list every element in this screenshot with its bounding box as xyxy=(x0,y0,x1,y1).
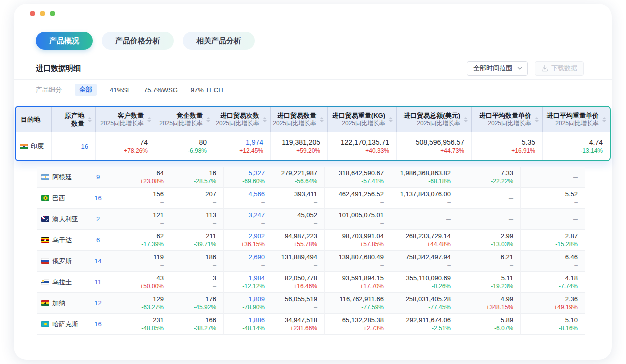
filter-option-97tech[interactable]: 97% TECH xyxy=(191,86,224,94)
table-row-argentina[interactable]: 阿根廷964+23.08%16-28.57%5,327-69.60%279,22… xyxy=(38,167,585,188)
column-subtitle: 2025同比增长率 xyxy=(488,120,532,128)
growth-rate: -6.98% xyxy=(188,147,207,155)
sort-icon[interactable] xyxy=(464,118,468,122)
sort-icon[interactable] xyxy=(263,118,267,122)
cell-trade-count[interactable]: 4,566– xyxy=(224,188,272,209)
column-header-avg-weight-price[interactable]: 进口平均重量单价2025同比增长率 xyxy=(543,107,610,132)
metric-value[interactable]: 4,566 xyxy=(248,190,265,198)
cell-competitor-count: 211-39.71% xyxy=(172,230,224,251)
metric-value[interactable]: 2,690 xyxy=(248,253,265,262)
column-header-customer-count[interactable]: 客户数量2025同比增长率 xyxy=(96,107,156,132)
column-header-origin-count[interactable]: 原产地数量 xyxy=(52,107,96,132)
tab-product-price-analysis[interactable]: 产品价格分析 xyxy=(102,32,174,50)
origin-count-value[interactable]: 2 xyxy=(96,216,100,223)
metric-value: 64 xyxy=(157,169,164,178)
growth-rate: – xyxy=(160,220,164,228)
cell-origin-count[interactable]: 16 xyxy=(52,132,96,160)
origin-count-value[interactable]: 9 xyxy=(96,174,100,181)
filter-option-757wsg[interactable]: 75.7%WSG xyxy=(144,86,178,94)
sort-icon[interactable] xyxy=(389,118,393,122)
window-maximize-icon[interactable] xyxy=(50,11,56,16)
metric-value: 5.11 xyxy=(502,274,514,282)
metric-value[interactable]: 1,886 xyxy=(248,316,265,324)
cell-trade-count[interactable]: 1,886-48.14% xyxy=(224,314,272,335)
time-range-select[interactable]: 全部时间范围 xyxy=(467,62,528,76)
pinned-table-row[interactable]: 印度1674+78.26%80-6.98%1,974+12.45%119,381… xyxy=(16,132,610,160)
cell-trade-count[interactable]: 3,247– xyxy=(224,209,272,230)
table-row-uganda[interactable]: 乌干达662-17.39%211-39.71%2,902+36.15%94,98… xyxy=(38,230,585,251)
cell-trade-count[interactable]: 2,902+36.15% xyxy=(224,230,272,251)
sort-icon[interactable] xyxy=(320,118,324,122)
cell-trade-amount: 355,110,090.69-0.26% xyxy=(392,272,458,293)
metric-value[interactable]: 3,247 xyxy=(248,211,265,220)
cell-trade-count[interactable]: 2,690– xyxy=(224,251,272,272)
cell-trade-amount: 1,986,368,863.82-68.18% xyxy=(392,167,458,188)
column-header-trade-count[interactable]: 进口贸易次数2025同比增长率 xyxy=(214,107,271,132)
tab-product-overview[interactable]: 产品概况 xyxy=(36,32,93,50)
table-row-uruguay[interactable]: 乌拉圭1143+50.00%3–1,984-12.12%82,050,778+1… xyxy=(38,272,585,293)
origin-count-value[interactable]: 6 xyxy=(96,236,100,244)
cell-trade-quantity: 82,050,778+16.46% xyxy=(272,272,325,293)
cell-trade-count[interactable]: 1,809-78.90% xyxy=(224,293,272,314)
table-row-australia[interactable]: 澳大利亚2121–113–3,247–45,052–101,005,075.01… xyxy=(38,209,585,230)
sort-icon[interactable] xyxy=(206,118,210,122)
cell-trade-count[interactable]: 1,984-12.12% xyxy=(224,272,272,293)
origin-count-value[interactable]: 11 xyxy=(95,278,102,286)
column-header-competitor-count[interactable]: 竞企数量2025同比增长率 xyxy=(156,107,214,132)
cell-origin-count[interactable]: 9 xyxy=(78,167,118,188)
table-row-russia[interactable]: 俄罗斯14119–186–2,690–131,889,494–139,807,6… xyxy=(38,251,585,272)
metric-value[interactable]: 1,984 xyxy=(248,274,265,282)
column-title: 数量 xyxy=(72,120,84,128)
column-header-trade-quantity[interactable]: 进口贸易数量2025同比增长率 xyxy=(271,107,328,132)
cell-destination: 乌干达 xyxy=(38,230,78,251)
cell-origin-count[interactable]: 12 xyxy=(78,293,118,314)
cell-origin-count[interactable]: 2 xyxy=(78,209,118,230)
metric-value: 231 xyxy=(153,316,164,324)
table-row-brazil[interactable]: 巴西16156–207–4,566–393,411–462,491,256.52… xyxy=(38,188,585,209)
top-tabs: 产品概况 产品价格分析 相关产品分析 xyxy=(36,32,590,50)
origin-count-value[interactable]: 16 xyxy=(94,194,102,202)
cell-origin-count[interactable]: 16 xyxy=(78,188,118,209)
origin-count-value[interactable]: 12 xyxy=(94,300,102,307)
window-minimize-icon[interactable] xyxy=(40,11,46,16)
cell-origin-count[interactable]: 14 xyxy=(78,251,118,272)
filter-option-all[interactable]: 全部 xyxy=(75,84,97,96)
growth-rate: +16.46% xyxy=(294,282,318,290)
cell-avg-quantity-price: 5.11-19.23% xyxy=(458,272,521,293)
cell-destination: 乌拉圭 xyxy=(38,272,78,293)
metric-value[interactable]: 1,809 xyxy=(248,295,265,304)
table-row-ghana[interactable]: 加纳12129-63.27%176-45.92%1,809-78.90%56,0… xyxy=(38,293,585,314)
column-header-avg-quantity-price[interactable]: 进口平均数量单价2025同比增长率 xyxy=(472,107,543,132)
origin-count-value[interactable]: 16 xyxy=(94,320,102,328)
metric-value: 462,491,256.52 xyxy=(339,190,384,198)
tab-related-product-analysis[interactable]: 相关产品分析 xyxy=(183,32,255,50)
growth-rate: -77.45% xyxy=(428,304,451,312)
column-header-trade-amount[interactable]: 进口贸易总额(美元)2025同比增长率 xyxy=(397,107,472,132)
cell-trade-count[interactable]: 1,974+12.45% xyxy=(214,132,271,160)
cell-origin-count[interactable]: 6 xyxy=(78,230,118,251)
metric-value[interactable]: 5,327 xyxy=(248,169,265,178)
metric-value: 4.74 xyxy=(590,138,603,147)
cell-avg-quantity-price: – xyxy=(458,209,521,230)
metric-value[interactable]: 2,902 xyxy=(248,232,265,240)
window-close-icon[interactable] xyxy=(30,11,36,16)
download-data-button[interactable]: 下载数据 xyxy=(535,62,584,76)
sort-icon[interactable] xyxy=(148,118,152,122)
metric-value[interactable]: 1,974 xyxy=(246,138,264,147)
growth-rate: -19.23% xyxy=(491,282,514,290)
cell-origin-count[interactable]: 16 xyxy=(78,314,118,335)
cell-origin-count[interactable]: 11 xyxy=(78,272,118,293)
sort-icon[interactable] xyxy=(602,118,606,122)
growth-rate: -48.05% xyxy=(142,324,164,332)
cell-competitor-count: 16-28.57% xyxy=(172,167,224,188)
sort-icon[interactable] xyxy=(88,118,92,122)
growth-rate: – xyxy=(160,198,164,206)
column-header-trade-weight[interactable]: 进口贸易重量(KG)2025同比增长率 xyxy=(328,107,397,132)
cell-trade-count[interactable]: 5,327-69.60% xyxy=(224,167,272,188)
cell-trade-quantity: 94,987,223+55.78% xyxy=(272,230,325,251)
sort-icon[interactable] xyxy=(535,118,539,122)
origin-count-value[interactable]: 16 xyxy=(82,143,88,150)
filter-option-41sl[interactable]: 41%SL xyxy=(110,86,131,94)
table-row-kazakhstan[interactable]: 哈萨克斯坦16231-48.05%166-38.27%1,886-48.14%3… xyxy=(38,314,585,335)
origin-count-value[interactable]: 14 xyxy=(94,258,102,265)
